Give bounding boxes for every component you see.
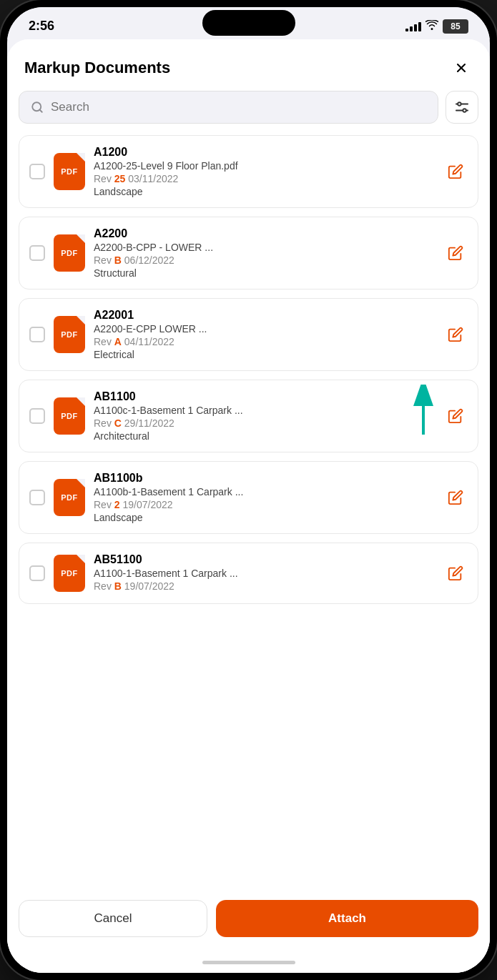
doc-rev-4: Rev C 29/11/2022 — [94, 417, 435, 429]
attach-button[interactable]: Attach — [216, 900, 478, 937]
edit-button-3[interactable] — [443, 322, 468, 347]
modal-title: Markup Documents — [24, 59, 170, 77]
doc-code-3: A22001 — [94, 309, 435, 322]
search-icon — [31, 101, 44, 114]
doc-rev-3: Rev A 04/11/2022 — [94, 336, 435, 347]
pdf-icon-6: PDF — [54, 555, 85, 592]
doc-rev-1: Rev 25 03/11/2022 — [94, 173, 435, 184]
pdf-icon-2: PDF — [54, 234, 85, 272]
edit-button-4[interactable] — [443, 404, 468, 428]
doc-rev-5: Rev 2 19/07/2022 — [94, 499, 435, 510]
doc-code-5: AB1100b — [94, 472, 435, 485]
doc-info-2: A2200 A2200-B-CPP - LOWER ... Rev B 06/1… — [94, 227, 435, 279]
doc-code-4: AB1100 — [94, 390, 435, 403]
status-icons: 85 — [405, 19, 468, 34]
edit-button-2[interactable] — [443, 241, 468, 265]
doc-category-3: Electrical — [94, 349, 435, 360]
edit-button-6[interactable] — [443, 561, 468, 585]
pdf-icon-4: PDF — [54, 397, 85, 435]
document-card-5: PDF AB1100b A1100b-1-Basement 1 Carpark … — [19, 461, 478, 534]
status-time: 2:56 — [29, 19, 54, 34]
doc-filename-6: A1100-1-Basement 1 Carpark ... — [94, 568, 435, 579]
doc-info-1: A1200 A1200-25-Level 9 Floor Plan.pdf Re… — [94, 146, 435, 197]
checkbox-1[interactable] — [29, 164, 45, 179]
close-button[interactable] — [450, 56, 473, 79]
checkbox-3[interactable] — [29, 327, 45, 342]
doc-category-4: Architectural — [94, 430, 435, 442]
phone-frame: 2:56 85 — [0, 0, 497, 980]
cancel-button[interactable]: Cancel — [19, 900, 207, 937]
home-indicator — [7, 951, 490, 973]
doc-code-6: AB51100 — [94, 553, 435, 566]
filter-button[interactable] — [446, 91, 478, 124]
checkbox-2[interactable] — [29, 245, 45, 261]
pdf-icon-1: PDF — [54, 153, 85, 190]
phone-screen: 2:56 85 — [7, 7, 490, 973]
doc-info-3: A22001 A2200-E-CPP LOWER ... Rev A 04/11… — [94, 309, 435, 360]
doc-category-5: Landscape — [94, 512, 435, 523]
svg-line-3 — [39, 109, 41, 112]
checkbox-4[interactable] — [29, 408, 45, 424]
filter-icon — [454, 101, 470, 114]
doc-filename-4: A1100c-1-Basement 1 Carpark ... — [94, 405, 435, 416]
search-input[interactable] — [51, 100, 426, 114]
wifi-icon — [425, 20, 438, 32]
checkbox-5[interactable] — [29, 490, 45, 505]
document-card-3: PDF A22001 A2200-E-CPP LOWER ... Rev A 0… — [19, 298, 478, 371]
doc-info-5: AB1100b A1100b-1-Basement 1 Carpark ... … — [94, 472, 435, 523]
document-list: PDF A1200 A1200-25-Level 9 Floor Plan.pd… — [7, 135, 490, 891]
signal-icon — [405, 21, 421, 31]
doc-rev-6: Rev B 19/07/2022 — [94, 580, 435, 592]
svg-point-7 — [463, 109, 466, 112]
doc-code-1: A1200 — [94, 146, 435, 159]
edit-button-1[interactable] — [443, 159, 468, 184]
pdf-icon-3: PDF — [54, 316, 85, 353]
doc-filename-5: A1100b-1-Basement 1 Carpark ... — [94, 486, 435, 498]
document-card-1: PDF A1200 A1200-25-Level 9 Floor Plan.pd… — [19, 135, 478, 208]
doc-rev-2: Rev B 06/12/2022 — [94, 254, 435, 266]
dynamic-island — [202, 10, 295, 36]
pdf-icon-5: PDF — [54, 479, 85, 516]
doc-filename-3: A2200-E-CPP LOWER ... — [94, 323, 435, 335]
doc-info-6: AB51100 A1100-1-Basement 1 Carpark ... R… — [94, 553, 435, 593]
doc-code-2: A2200 — [94, 227, 435, 240]
doc-category-2: Structural — [94, 267, 435, 279]
bottom-actions: Cancel Attach — [7, 891, 490, 951]
modal-header: Markup Documents — [7, 39, 490, 91]
document-card-6: PDF AB51100 A1100-1-Basement 1 Carpark .… — [19, 543, 478, 604]
doc-filename-2: A2200-B-CPP - LOWER ... — [94, 242, 435, 253]
search-input-wrapper[interactable] — [19, 91, 438, 124]
modal-content: Markup Documents — [7, 39, 490, 973]
doc-info-4: AB1100 A1100c-1-Basement 1 Carpark ... R… — [94, 390, 435, 442]
checkbox-6[interactable] — [29, 565, 45, 581]
battery-indicator: 85 — [443, 19, 468, 34]
edit-button-5[interactable] — [443, 485, 468, 510]
document-card-4: PDF AB1100 A1100c-1-Basement 1 Carpark .… — [19, 380, 478, 452]
document-card-2: PDF A2200 A2200-B-CPP - LOWER ... Rev B … — [19, 217, 478, 289]
svg-point-6 — [458, 102, 461, 106]
search-container — [7, 91, 490, 135]
home-bar — [202, 961, 295, 964]
doc-category-1: Landscape — [94, 186, 435, 197]
doc-filename-1: A1200-25-Level 9 Floor Plan.pdf — [94, 160, 435, 172]
